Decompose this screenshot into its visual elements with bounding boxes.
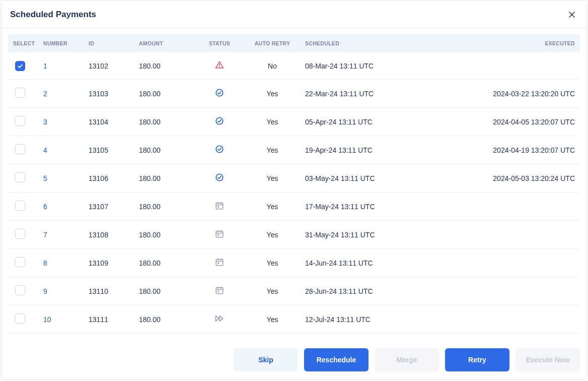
modal-title: Scheduled Payments	[10, 10, 96, 20]
retry-button[interactable]: Retry	[445, 348, 509, 371]
col-scheduled: SCHEDULED	[300, 34, 464, 52]
auto-retry-value: No	[245, 52, 300, 80]
col-select: SELECT	[8, 34, 38, 52]
auto-retry-value: Yes	[245, 305, 300, 334]
svg-rect-13	[216, 231, 223, 237]
payment-number-link[interactable]: 6	[43, 203, 47, 211]
payment-amount: 180.00	[134, 52, 194, 80]
payment-amount: 180.00	[134, 277, 194, 305]
table-row: 313104180.00 Yes05-Apr-24 13:11 UTC2024-…	[8, 108, 580, 136]
executed-value	[464, 277, 580, 305]
svg-rect-17	[217, 234, 219, 236]
svg-point-3	[219, 67, 220, 67]
auto-retry-value: Yes	[245, 277, 300, 305]
row-select-checkbox[interactable]	[15, 201, 25, 211]
row-select-checkbox[interactable]	[15, 88, 25, 98]
payment-number-link[interactable]: 4	[43, 146, 47, 154]
auto-retry-value: Yes	[245, 249, 300, 277]
row-select-checkbox[interactable]	[15, 313, 25, 324]
auto-retry-value: Yes	[245, 221, 300, 249]
payment-number-link[interactable]: 5	[43, 174, 47, 182]
payment-id: 13111	[84, 305, 134, 334]
row-select-checkbox[interactable]	[15, 116, 25, 126]
check-circle-icon	[215, 116, 224, 125]
table-row: 513106180.00 Yes03-May-24 13:11 UTC2024-…	[8, 164, 580, 193]
skip-button[interactable]: Skip	[234, 348, 298, 371]
col-status: STATUS	[194, 34, 245, 52]
payment-amount: 180.00	[134, 305, 194, 334]
reschedule-button[interactable]: Reschedule	[304, 348, 369, 371]
table-row: 1013111180.00 Yes12-Jul-24 13:11 UTC	[8, 305, 580, 334]
svg-point-4	[216, 89, 223, 96]
row-select-checkbox[interactable]	[15, 172, 25, 182]
executed-value	[464, 249, 580, 277]
close-icon	[568, 13, 576, 20]
scheduled-value: 12-Jul-24 13:11 UTC	[300, 305, 464, 334]
payment-id: 13109	[84, 249, 134, 277]
payment-amount: 180.00	[134, 193, 194, 221]
table-row: 613107180.00 Yes17-May-24 13:11 UTC	[8, 193, 580, 221]
auto-retry-value: Yes	[245, 80, 300, 108]
payment-amount: 180.00	[134, 221, 194, 249]
auto-retry-value: Yes	[245, 108, 300, 136]
executed-value: 2024-04-05 13:20:07 UTC	[464, 108, 580, 136]
col-number: NUMBER	[38, 34, 84, 52]
payment-number-link[interactable]: 10	[43, 315, 51, 324]
fast-forward-icon	[214, 314, 225, 323]
svg-rect-23	[216, 288, 223, 294]
payment-id: 13107	[84, 193, 134, 221]
payment-number-link[interactable]: 2	[43, 90, 47, 98]
table-row: 413105180.00 Yes19-Apr-24 13:11 UTC2024-…	[8, 136, 580, 164]
svg-rect-22	[217, 263, 219, 264]
payment-number-link[interactable]: 3	[43, 118, 47, 126]
scheduled-payments-modal: Scheduled Payments SELECT NUMBER ID AMOU…	[1, 0, 587, 380]
payment-id: 13105	[84, 136, 134, 164]
row-select-checkbox[interactable]	[15, 144, 25, 154]
scheduled-value: 05-Apr-24 13:11 UTC	[300, 108, 464, 136]
executed-value: 2024-03-22 13:20:20 UTC	[464, 80, 580, 108]
table-row: 213103180.00 Yes22-Mar-24 13:11 UTC2024-…	[8, 80, 580, 108]
row-select-checkbox[interactable]	[15, 61, 25, 71]
payment-id: 13103	[84, 80, 134, 108]
table-header-row: SELECT NUMBER ID AMOUNT STATUS AUTO RETR…	[8, 34, 580, 52]
calendar-icon	[215, 258, 224, 267]
scheduled-value: 22-Mar-24 13:11 UTC	[300, 80, 464, 108]
calendar-icon	[215, 229, 224, 238]
execute-now-button: Execute Now	[516, 348, 580, 371]
payment-id: 13104	[84, 108, 134, 136]
svg-point-5	[216, 117, 223, 124]
row-select-checkbox[interactable]	[15, 285, 25, 295]
row-select-checkbox[interactable]	[15, 257, 25, 267]
payment-amount: 180.00	[134, 136, 194, 164]
payment-amount: 180.00	[134, 108, 194, 136]
payment-amount: 180.00	[134, 164, 194, 193]
scheduled-value: 14-Jun-24 13:11 UTC	[300, 249, 464, 277]
scheduled-value: 28-Jun-24 13:11 UTC	[300, 277, 464, 305]
scheduled-value: 03-May-24 13:11 UTC	[300, 164, 464, 193]
payment-number-link[interactable]: 8	[43, 259, 47, 267]
payment-id: 13110	[84, 277, 134, 305]
scheduled-value: 19-Apr-24 13:11 UTC	[300, 136, 464, 164]
svg-rect-27	[217, 291, 219, 292]
col-id: ID	[84, 34, 134, 52]
svg-rect-18	[216, 260, 223, 266]
payment-number-link[interactable]: 9	[43, 287, 47, 295]
alert-triangle-icon	[215, 60, 224, 70]
col-auto-retry: AUTO RETRY	[245, 34, 300, 52]
scheduled-value: 08-Mar-24 13:11 UTC	[300, 52, 464, 80]
calendar-icon	[215, 201, 224, 210]
check-circle-icon	[215, 88, 224, 97]
payment-number-link[interactable]: 7	[43, 231, 47, 239]
row-select-checkbox[interactable]	[15, 229, 25, 239]
executed-value: 2024-05-03 13:20:24 UTC	[464, 164, 580, 193]
payment-number-link[interactable]: 1	[43, 62, 47, 70]
calendar-icon	[215, 286, 224, 295]
executed-value	[464, 305, 580, 334]
modal-footer: Skip Reschedule Merge Retry Execute Now	[1, 341, 587, 379]
executed-value	[464, 193, 580, 221]
payments-table: SELECT NUMBER ID AMOUNT STATUS AUTO RETR…	[8, 34, 580, 334]
col-executed: EXECUTED	[464, 34, 580, 52]
table-row: 713108180.00 Yes31-May-24 13:11 UTC	[8, 221, 580, 249]
close-button[interactable]	[566, 9, 578, 21]
executed-value	[464, 221, 580, 249]
